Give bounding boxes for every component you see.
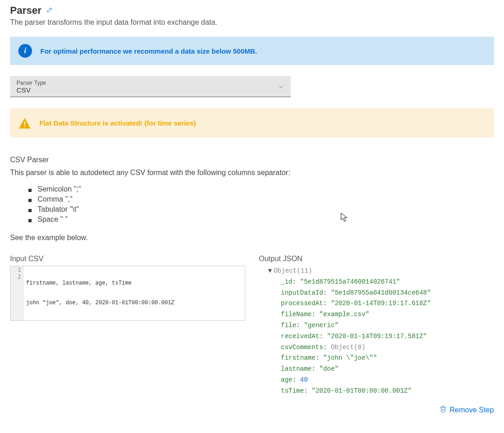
output-json-label: Output JSON [259, 255, 494, 263]
warning-banner: Flat Data Structure is activated! (for t… [10, 108, 494, 137]
edit-icon[interactable] [46, 6, 54, 15]
chevron-down-icon [278, 83, 284, 90]
see-example-text: See the example below. [10, 234, 494, 242]
json-property: fileName: "example.csv" [281, 309, 494, 320]
input-csv-editor[interactable]: 12 firstname, lastname, age, tsTime john… [10, 266, 245, 321]
json-property: tsTime: "2020-01-01T00:00:00.001Z" [281, 386, 494, 397]
parser-type-label: Parser Type [16, 80, 284, 86]
csv-parser-desc: This parser is able to autodetect any CS… [10, 169, 494, 177]
info-icon: i [18, 44, 32, 58]
list-item: Comma "," [28, 194, 494, 204]
list-item: Space " " [28, 214, 494, 225]
json-property: inputDataId: "5e1d87955a041d00134ce648" [281, 288, 494, 299]
json-property: file: "generic" [281, 320, 494, 331]
parser-type-select[interactable]: Parser Type CSV [10, 76, 291, 97]
line-gutter: 12 [11, 266, 23, 320]
csv-content[interactable]: firstname, lastname, age, tsTime john "j… [23, 266, 177, 320]
tree-toggle-icon[interactable]: ▼ [268, 266, 272, 277]
csv-line: john "joe", doe, 40, 2020-01-01T00:00:00… [26, 300, 174, 307]
page-description: The parser transforms the input data for… [10, 18, 494, 27]
svg-rect-0 [24, 121, 25, 125]
warning-banner-text: Flat Data Structure is activated! (for t… [39, 119, 196, 127]
remove-step-button[interactable]: Remove Step [10, 397, 494, 415]
json-property: age: 40 [281, 375, 494, 386]
json-property: firstname: "john \"joe\"" [281, 353, 494, 364]
trash-icon [439, 405, 447, 415]
json-property: receivedAt: "2020-01-14T09:19:17.581Z" [281, 331, 494, 342]
info-banner-text: For optimal performance we recommend a d… [40, 47, 257, 55]
csv-parser-heading: CSV Parser [10, 156, 494, 164]
json-property: lastname: "doe" [281, 364, 494, 375]
input-csv-label: Input CSV [10, 255, 245, 263]
svg-rect-1 [24, 126, 25, 127]
parser-type-value: CSV [16, 86, 284, 94]
output-json-tree: ▼Object(11) _id: "5e1d879515a74600140267… [259, 266, 494, 397]
json-root-label: Object(11) [274, 267, 312, 274]
json-property: csvComments: Object(0) [281, 342, 494, 353]
list-item: Semicolon ";" [28, 184, 494, 194]
list-item: Tabulator "\t" [28, 204, 494, 214]
separator-list: Semicolon ";" Comma "," Tabulator "\t" S… [10, 184, 494, 225]
json-property: _id: "5e1d879515a7460014026741" [281, 277, 494, 288]
csv-line: firstname, lastname, age, tsTime [26, 280, 174, 287]
info-banner: i For optimal performance we recommend a… [10, 37, 494, 65]
warning-icon [18, 117, 31, 128]
page-title: Parser [10, 5, 42, 16]
json-property: processedAt: "2020-01-14T09:19:17.618Z" [281, 298, 494, 309]
remove-step-label: Remove Step [450, 406, 494, 414]
